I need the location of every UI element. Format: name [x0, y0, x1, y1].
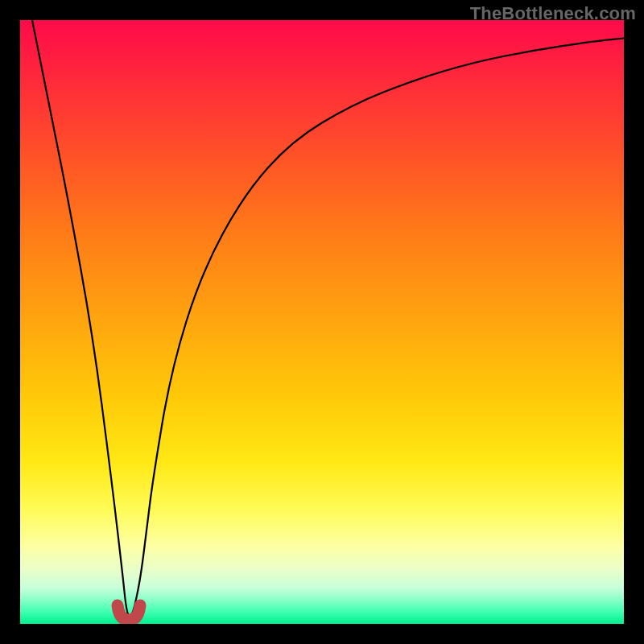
curve-layer: [20, 20, 624, 624]
watermark-text: TheBottleneck.com: [470, 3, 636, 24]
minimum-bump: [118, 605, 140, 620]
chart-frame: TheBottleneck.com: [0, 0, 644, 644]
bottleneck-curve: [32, 20, 624, 617]
plot-area: [20, 20, 624, 624]
